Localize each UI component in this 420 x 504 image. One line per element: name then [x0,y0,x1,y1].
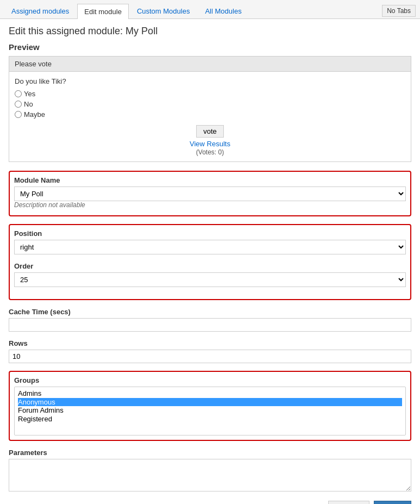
preview-body: Do you like Tiki? Yes No Maybe vote View… [9,72,411,161]
tab-all-modules[interactable]: All Modules [198,3,248,18]
order-label: Order [14,262,406,270]
radio-no: No [15,100,405,108]
radio-maybe: Maybe [15,110,405,119]
parameters-label: Parameters [9,449,411,457]
radio-yes-input[interactable] [15,90,22,97]
radio-maybe-input[interactable] [15,111,22,118]
tab-custom-modules[interactable]: Custom Modules [130,3,197,18]
module-name-description: Description not available [14,201,406,209]
order-select[interactable]: 25 1 5 10 [14,272,406,287]
parameters-textarea[interactable] [9,459,411,491]
rows-label: Rows [9,339,411,347]
module-name-select[interactable]: My Poll [14,186,406,201]
radio-yes: Yes [15,90,405,98]
position-label: Position [14,229,406,238]
page-title: Edit this assigned module: My Poll [9,26,411,37]
preview-box-title: Please vote [9,57,411,72]
groups-item-anonymous[interactable]: Anonymous [18,398,402,407]
module-name-label: Module Name [14,176,406,184]
tabs-bar: Assigned modules Edit module Custom Modu… [0,0,420,19]
groups-listbox[interactable]: Admins Anonymous Forum Admins Registered [14,387,406,435]
vote-button[interactable]: vote [196,125,224,138]
groups-label: Groups [14,376,406,384]
vote-area: vote View Results (Votes: 0) [15,125,405,156]
page-content: Edit this assigned module: My Poll Previ… [0,19,420,504]
module-name-group: Module Name My Poll Description not avai… [9,171,411,216]
groups-item-admins[interactable]: Admins [18,389,402,398]
groups-item-registered[interactable]: Registered [18,415,402,424]
rows-section: Rows [9,339,411,363]
bottom-bar: ? Edit custom module → Preview Assign [9,501,411,504]
order-section: Order 25 1 5 10 [14,262,406,287]
view-results-link[interactable]: View Results [15,140,405,148]
tab-edit-module[interactable]: Edit module [77,4,129,19]
rows-input[interactable] [9,350,411,363]
preview-box: Please vote Do you like Tiki? Yes No May… [9,56,411,162]
cache-time-label: Cache Time (secs) [9,308,411,316]
groups-group: Groups Admins Anonymous Forum Admins Reg… [9,371,411,441]
cache-time-input[interactable] [9,318,411,332]
groups-item-forum-admins[interactable]: Forum Admins [18,406,402,415]
radio-no-input[interactable] [15,101,22,108]
cache-time-section: Cache Time (secs) [9,308,411,332]
position-section: Position right left center [14,229,406,254]
no-tabs-button[interactable]: No Tabs [382,5,416,17]
preview-heading: Preview [9,42,411,52]
votes-count: (Votes: 0) [196,148,224,156]
radio-no-label: No [24,100,33,108]
parameters-section: Parameters [9,449,411,493]
position-order-group: Position right left center Order 25 1 5 … [9,224,411,300]
radio-maybe-label: Maybe [24,110,45,119]
preview-question: Do you like Tiki? [15,77,405,85]
tab-assigned-modules[interactable]: Assigned modules [4,3,76,18]
action-buttons: Preview Assign [328,501,411,504]
radio-yes-label: Yes [24,90,35,98]
assign-button[interactable]: Assign [374,501,411,504]
preview-button[interactable]: Preview [328,501,369,504]
position-select[interactable]: right left center [14,240,406,254]
